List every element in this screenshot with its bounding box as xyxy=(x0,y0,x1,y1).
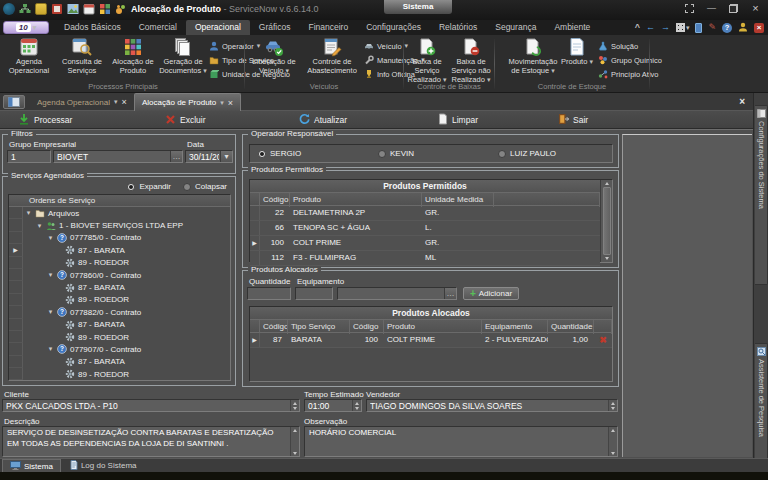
scroll-thumb[interactable] xyxy=(603,187,611,255)
close-red-icon[interactable]: × xyxy=(754,23,764,33)
equipamento-nome-field[interactable]: … xyxy=(337,287,457,300)
expandir-radio[interactable]: Expandir xyxy=(127,182,171,191)
tab-comercial[interactable]: Comercial xyxy=(130,20,186,35)
liberacao-veiculo-button[interactable]: Liberação de Veículo ▾ xyxy=(248,37,300,76)
back-icon[interactable]: ← xyxy=(646,23,655,32)
doc-tab-agenda-operacional[interactable]: Agenda Operacional ▾ × xyxy=(30,93,134,111)
col-codigo[interactable]: Código xyxy=(260,193,290,207)
tab-graficos[interactable]: Gráficos xyxy=(250,20,300,35)
tree-item-servico[interactable]: ▶ 87 - BARATA xyxy=(9,244,230,256)
movimentacao-estoque-button[interactable]: Movimentação de Estoque ▾ xyxy=(508,37,558,76)
col-produto[interactable]: Produto xyxy=(384,320,482,334)
table-row[interactable]: 112 F3 - FULMIPRAG ML xyxy=(250,251,600,266)
table-row[interactable]: 22 DELTAMETRINA 2P GR. xyxy=(250,206,600,221)
calendar-icon[interactable] xyxy=(83,3,95,15)
col-quantidade[interactable]: Quantidade xyxy=(548,320,594,334)
grupo-codigo-input[interactable] xyxy=(7,150,51,163)
tab-seguranca[interactable]: Segurança xyxy=(486,20,545,35)
scroll-up-icon[interactable] xyxy=(605,182,609,185)
col-codigo-servico[interactable]: Código xyxy=(260,320,288,334)
scroll-spinner[interactable] xyxy=(290,400,299,411)
operador-radio-kevin[interactable]: KEVIN xyxy=(378,149,414,158)
image-icon[interactable] xyxy=(67,3,79,15)
minimize-button[interactable]: — xyxy=(705,3,718,14)
grupo-codigo-field[interactable] xyxy=(7,150,51,163)
baixa-servico-realizado-button[interactable]: Baixa de Serviço Realizado ▾ xyxy=(405,37,449,85)
table-row-current[interactable]: ▶ 87 BARATA 100 COLT PRIME 2 - PULVERIZA… xyxy=(250,333,612,348)
forward-icon[interactable]: → xyxy=(661,23,670,32)
scroll-down-icon[interactable] xyxy=(605,257,609,260)
fullscreen-button[interactable] xyxy=(683,3,696,14)
panel-switcher-button[interactable] xyxy=(3,95,25,109)
descricao-textarea[interactable]: SERVIÇO DE DESINSETIZAÇÃO CONTRA BARATAS… xyxy=(2,426,300,457)
alocacao-produto-button[interactable]: Alocação de Produto xyxy=(110,37,156,76)
tree-item-contrato[interactable]: ▾ ? 077907/0 - Contrato xyxy=(9,343,230,355)
excluir-button[interactable]: Excluir xyxy=(165,113,206,127)
col-equipamento[interactable]: Equipamento xyxy=(482,320,548,334)
tab-financeiro[interactable]: Financeiro xyxy=(299,20,357,35)
apps-grid-icon[interactable] xyxy=(99,3,111,15)
baixa-servico-nao-realizado-button[interactable]: Baixa de Serviço não Realizado ▾ xyxy=(449,37,493,85)
tab-ambiente[interactable]: Ambiente xyxy=(545,20,599,35)
processar-button[interactable]: Processar xyxy=(18,113,72,127)
vendedor-input[interactable] xyxy=(366,399,618,412)
agenda-operacional-button[interactable]: Agenda Operacional xyxy=(4,37,54,76)
logo-icon[interactable] xyxy=(3,3,15,15)
equipamento-codigo-input[interactable] xyxy=(295,287,333,300)
solucao-button[interactable]: Solução xyxy=(598,39,662,53)
tab-operacional[interactable]: Operacional xyxy=(186,20,250,35)
doc-tab-alocacao-produto[interactable]: Alocação de Produto ▾ × xyxy=(134,93,241,111)
observacao-field[interactable]: HORÁRIO COMERCIAL xyxy=(304,426,618,457)
scroll-spinner[interactable] xyxy=(608,427,617,456)
equipamento-nome-input[interactable] xyxy=(337,287,457,300)
sair-button[interactable]: Sair xyxy=(558,113,588,127)
principio-ativo-button[interactable]: Princípio Ativo xyxy=(598,67,662,81)
lookup-ellipsis-button[interactable]: … xyxy=(170,151,182,162)
tab-dados-basicos[interactable]: Dados Básicos xyxy=(55,20,130,35)
tab-close-icon[interactable]: × xyxy=(228,98,233,108)
tree-item-servico[interactable]: 89 - ROEDOR xyxy=(9,368,230,380)
tab-close-icon[interactable]: × xyxy=(121,97,126,107)
lookup-ellipsis-button[interactable]: … xyxy=(444,288,456,299)
expander-icon[interactable]: ▾ xyxy=(47,345,54,353)
grupo-nome-input[interactable] xyxy=(53,150,183,163)
vertical-scrollbar[interactable] xyxy=(600,180,612,262)
context-tab-sistema[interactable]: Sistema xyxy=(384,0,452,14)
book-icon[interactable] xyxy=(51,3,63,15)
date-dropdown-button[interactable]: ▾ xyxy=(220,151,232,162)
document-close-button[interactable]: × xyxy=(739,96,745,107)
descricao-field[interactable]: SERVIÇO DE DESINSETIZAÇÃO CONTRA BARATAS… xyxy=(2,426,300,457)
tree-item-contrato[interactable]: ▾ ? 077882/0 - Contrato xyxy=(9,306,230,318)
observacao-textarea[interactable]: HORÁRIO COMERCIAL xyxy=(304,426,618,457)
adicionar-button[interactable]: + Adicionar xyxy=(463,287,519,300)
scroll-spinner[interactable] xyxy=(608,400,617,411)
layout-grid-button[interactable]: ▾ xyxy=(676,23,690,32)
cliente-input[interactable] xyxy=(2,399,300,412)
cliente-field[interactable] xyxy=(2,399,300,412)
user-icon[interactable] xyxy=(738,22,748,34)
expander-icon[interactable]: ▾ xyxy=(25,209,32,217)
expander-icon[interactable]: ▾ xyxy=(47,234,54,242)
atualizar-button[interactable]: Atualizar xyxy=(298,113,347,127)
tree-item-servico[interactable]: 89 - ROEDOR xyxy=(9,294,230,306)
application-menu-button[interactable]: 10 ▾ xyxy=(3,21,49,34)
tab-relatorios[interactable]: Relatórios xyxy=(430,20,486,35)
consulta-servicos-button[interactable]: Consulta de Serviços xyxy=(56,37,108,76)
delete-row-icon[interactable]: ✖ xyxy=(594,333,612,347)
quantidade-field[interactable] xyxy=(247,287,291,300)
equipamento-codigo-field[interactable] xyxy=(295,287,333,300)
operador-radio-sergio[interactable]: SERGIO xyxy=(258,149,301,158)
expander-icon[interactable]: ▾ xyxy=(47,308,54,316)
restore-button[interactable] xyxy=(727,3,740,14)
side-tab-configuracoes-sistema[interactable]: Configurações do Sistema xyxy=(755,105,768,285)
scroll-spinner[interactable] xyxy=(290,427,299,456)
scroll-spinner[interactable] xyxy=(352,400,361,411)
col-tipo-servico[interactable]: Tipo Serviço xyxy=(288,320,350,334)
tree-item-servico[interactable]: 87 - BARATA xyxy=(9,319,230,331)
controle-abastecimento-button[interactable]: Controle de Abastecimento xyxy=(304,37,360,76)
tempo-estimado-field[interactable] xyxy=(304,399,362,412)
close-button[interactable]: × xyxy=(749,3,762,14)
tree-item-arquivos[interactable]: ▾ Arquivos xyxy=(9,207,230,219)
expander-icon[interactable]: ▾ xyxy=(47,271,54,279)
device-icon[interactable] xyxy=(695,23,702,33)
